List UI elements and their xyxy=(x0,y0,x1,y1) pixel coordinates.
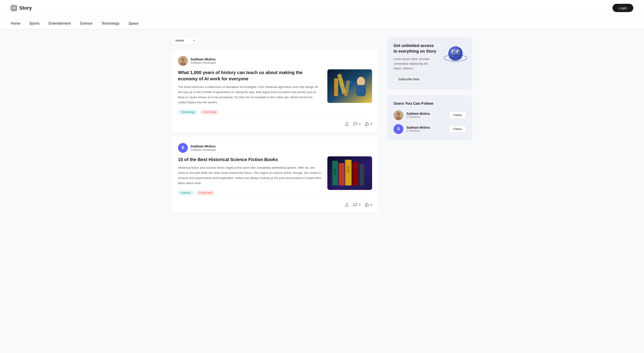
subscribe-card-content: Get unlimited access to everything on St… xyxy=(394,43,437,84)
nav-link-home[interactable]: Home xyxy=(11,22,20,25)
article-visual xyxy=(327,69,372,103)
share-icon xyxy=(345,203,349,207)
svg-rect-13 xyxy=(356,86,359,94)
svg-rect-28 xyxy=(359,164,360,185)
nav-item-sports[interactable]: Sports xyxy=(29,22,40,26)
avatar-image-icon xyxy=(178,56,188,66)
user-row: Subham Mishra 1 Followers Follow xyxy=(394,110,466,120)
nav-item-entertainment[interactable]: Entertainment xyxy=(48,22,71,26)
nav-item-home[interactable]: Home xyxy=(11,22,20,26)
subscribe-card: Get unlimited access to everything on St… xyxy=(387,37,472,90)
svg-point-48 xyxy=(397,112,400,116)
logo-text: Story xyxy=(19,5,32,11)
svg-rect-14 xyxy=(363,86,366,94)
author-info: Subham Mishra Software Developer xyxy=(190,144,216,151)
follow-section-title: Users You Can Follow xyxy=(394,101,466,106)
comment-button[interactable]: 0 xyxy=(353,122,360,126)
svg-rect-32 xyxy=(347,169,349,173)
article-excerpt: The book traverses a millennium of disru… xyxy=(178,85,322,105)
article-text: What 1,000 years of history can teach us… xyxy=(178,69,322,118)
user-name: Subham Mishra xyxy=(406,112,446,115)
thumbs-up-icon xyxy=(365,122,369,126)
login-button[interactable]: Login xyxy=(612,4,633,12)
nav-link-technology[interactable]: Technology xyxy=(101,22,120,25)
article-card: S Subham Mishra Software Developer 10 of… xyxy=(172,137,378,213)
like-count: 0 xyxy=(370,122,372,126)
comment-count: 0 xyxy=(359,122,360,126)
like-count: 0 xyxy=(370,203,372,206)
article-tag[interactable]: Technology xyxy=(178,110,198,115)
author-row: Subham Mishra Software Developer xyxy=(178,56,372,66)
svg-point-46 xyxy=(451,60,460,62)
planet-illustration xyxy=(443,41,468,66)
article-text: 10 of the Best Historical Science Fictio… xyxy=(178,156,322,199)
user-info: Subham Mishra 1 Followers xyxy=(406,112,446,119)
author-name: Subham Mishra xyxy=(190,144,216,148)
article-title[interactable]: 10 of the Best Historical Science Fictio… xyxy=(178,156,322,163)
nav-link-sports[interactable]: Sports xyxy=(29,22,40,25)
read-time-badge: 4 min read xyxy=(196,190,215,195)
comment-icon xyxy=(353,122,357,126)
nav-link-science[interactable]: Science xyxy=(80,22,92,25)
article-image xyxy=(327,69,372,103)
article-image xyxy=(327,156,372,190)
logo: Story xyxy=(11,5,32,11)
nav-item-science[interactable]: Science xyxy=(80,22,92,26)
sidebar: Get unlimited access to everything on St… xyxy=(387,37,472,217)
svg-rect-22 xyxy=(338,163,340,185)
svg-rect-25 xyxy=(352,162,358,185)
comment-icon xyxy=(353,203,357,207)
tags-row: Science 4 min read xyxy=(178,190,322,195)
comment-count: 0 xyxy=(359,203,360,206)
svg-point-31 xyxy=(347,166,349,169)
nav-link-entertainment[interactable]: Entertainment xyxy=(48,22,71,25)
author-title: Software Developer xyxy=(190,148,216,151)
svg-rect-20 xyxy=(332,161,333,185)
read-time-badge: 4 min read xyxy=(200,110,219,115)
nav-link-space[interactable]: Space xyxy=(128,22,138,25)
svg-point-4 xyxy=(181,58,185,62)
nav-item-technology[interactable]: Technology xyxy=(101,22,120,26)
avatar xyxy=(178,56,188,66)
share-button[interactable] xyxy=(345,122,349,126)
like-button[interactable]: 0 xyxy=(365,122,372,126)
follow-button[interactable]: Follow xyxy=(449,111,466,119)
header: Story Login xyxy=(0,0,644,16)
author-info: Subham Mishra Software Developer xyxy=(190,57,216,65)
dropdown-value: Home xyxy=(176,39,184,42)
article-title[interactable]: What 1,000 years of history can teach us… xyxy=(178,69,322,82)
home-dropdown[interactable]: Home ▾ xyxy=(172,37,198,44)
svg-point-43 xyxy=(454,51,454,52)
user-avatar xyxy=(394,110,404,120)
story-logo-icon xyxy=(11,5,17,11)
tags-row: Technology 4 min read xyxy=(178,110,322,115)
share-icon xyxy=(345,122,349,126)
article-tag[interactable]: Science xyxy=(178,190,194,195)
user-row: S Subham Mishra 0 Followers Follow xyxy=(394,124,466,134)
chevron-down-icon: ▾ xyxy=(194,39,195,42)
svg-point-16 xyxy=(336,78,345,87)
comment-button[interactable]: 0 xyxy=(353,203,360,207)
ai-image-placeholder xyxy=(327,69,372,103)
author-title: Software Developer xyxy=(190,61,216,65)
avatar: S xyxy=(178,143,188,153)
subscribe-title: Get unlimited access to everything on St… xyxy=(394,43,437,54)
like-button[interactable]: 0 xyxy=(365,203,372,207)
content-column: Home ▾ Subham Mishra Software Developer xyxy=(172,37,378,217)
article-card: Subham Mishra Software Developer What 1,… xyxy=(172,50,378,132)
follow-button[interactable]: Follow xyxy=(449,125,466,133)
article-content: 10 of the Best Historical Science Fictio… xyxy=(178,156,372,199)
share-button[interactable] xyxy=(345,203,349,207)
main-nav: Home Sports Entertainment Science Techno… xyxy=(0,16,644,30)
main-layout: Home ▾ Subham Mishra Software Developer xyxy=(161,30,483,225)
article-excerpt: Historical fiction and science fiction m… xyxy=(178,165,322,186)
svg-point-29 xyxy=(334,168,336,171)
user-followers: 0 Followers xyxy=(406,129,446,132)
books-image-placeholder xyxy=(327,156,372,190)
nav-item-space[interactable]: Space xyxy=(128,22,138,26)
follow-card: Users You Can Follow Subham Mishra 1 Fol… xyxy=(387,95,472,140)
subscribe-description: Lorem ipsum dolor, sit amet consectetur … xyxy=(394,57,437,71)
user-name: Subham Mishra xyxy=(406,126,446,129)
svg-rect-24 xyxy=(345,160,346,185)
subscribe-button[interactable]: Subscribe Now xyxy=(394,75,424,84)
